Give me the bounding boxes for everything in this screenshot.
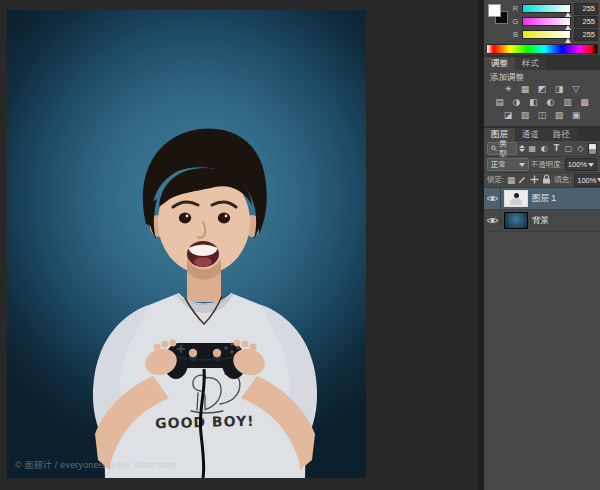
photo-filter-icon[interactable]: ◐ bbox=[543, 97, 558, 108]
lock-row: 锁定: ▦ 填充: 100% bbox=[484, 173, 600, 188]
hue-saturation-icon[interactable]: ▤ bbox=[492, 97, 507, 108]
search-icon bbox=[491, 145, 497, 152]
brightness-contrast-icon[interactable]: ☀ bbox=[501, 84, 516, 95]
blue-value-field[interactable]: 255 bbox=[574, 29, 598, 41]
eye-icon bbox=[486, 216, 499, 225]
color-lookup-icon[interactable]: ▩ bbox=[577, 97, 592, 108]
adjustments-tabstrip: 调整 样式 bbox=[484, 57, 600, 70]
layers-panel: 图层 通道 路径 类型 ▦ ◐ T ▢ ◇ bbox=[484, 128, 600, 488]
lock-position-icon[interactable] bbox=[530, 175, 539, 186]
filter-pixel-layers-icon[interactable]: ▦ bbox=[527, 144, 537, 153]
filter-kind-stepper[interactable] bbox=[519, 144, 525, 153]
exposure-icon[interactable]: ◨ bbox=[552, 84, 567, 95]
photoshop-window: GOOD BOY! bbox=[0, 0, 600, 490]
filter-type-layers-icon[interactable]: T bbox=[551, 144, 561, 153]
invert-icon[interactable]: ◪ bbox=[501, 110, 516, 121]
red-value-field[interactable]: 255 bbox=[574, 3, 598, 15]
photo-illustration: GOOD BOY! bbox=[7, 10, 366, 478]
layer-thumbnail[interactable] bbox=[504, 212, 528, 229]
adjustment-icon-row: ▤ ◑ ◧ ◐ ▥ ▩ bbox=[484, 96, 600, 109]
vibrance-icon[interactable]: ▽ bbox=[569, 84, 584, 95]
blue-channel-label: B bbox=[512, 30, 519, 39]
foreground-color-swatch[interactable] bbox=[488, 4, 501, 17]
tab-paths[interactable]: 路径 bbox=[546, 128, 577, 141]
color-spectrum-ramp[interactable] bbox=[486, 44, 598, 54]
lock-transparency-icon[interactable]: ▦ bbox=[507, 175, 515, 185]
black-white-icon[interactable]: ◧ bbox=[526, 97, 541, 108]
red-channel-label: R bbox=[512, 4, 519, 13]
lock-all-icon[interactable] bbox=[542, 174, 551, 186]
fill-field[interactable]: 100% bbox=[574, 174, 600, 187]
adjustments-panel: 调整 样式 添加调整 ☀ ▦ ◩ ◨ ▽ ▤ ◑ ◧ ◐ ▥ ▩ ◪ ▨ bbox=[484, 57, 600, 126]
opacity-field[interactable]: 100% bbox=[565, 158, 597, 171]
opacity-value: 100% bbox=[568, 160, 587, 169]
blend-mode-value: 正常 bbox=[491, 160, 506, 170]
blend-mode-select[interactable]: 正常 bbox=[487, 158, 529, 171]
posterize-icon[interactable]: ▨ bbox=[518, 110, 533, 121]
watermark: © 面丽计 / everyoneisajoker.lofter.com bbox=[15, 459, 175, 472]
chevron-down-icon bbox=[519, 163, 525, 167]
person: GOOD BOY! bbox=[93, 129, 317, 478]
levels-icon[interactable]: ▦ bbox=[518, 84, 533, 95]
layer-row-layer1[interactable]: 图层 1 bbox=[484, 188, 600, 210]
tab-channels[interactable]: 通道 bbox=[515, 128, 546, 141]
channel-mixer-icon[interactable]: ▥ bbox=[560, 97, 575, 108]
layer-name[interactable]: 背景 bbox=[532, 215, 549, 227]
tab-adjustments[interactable]: 调整 bbox=[484, 57, 515, 70]
visibility-toggle[interactable] bbox=[484, 188, 501, 209]
canvas-workspace[interactable]: GOOD BOY! bbox=[0, 0, 478, 490]
blue-channel-row: B 255 bbox=[512, 28, 598, 41]
red-channel-row: R 255 bbox=[512, 2, 598, 15]
fill-value: 100% bbox=[577, 176, 596, 185]
shirt-text: GOOD BOY! bbox=[155, 413, 255, 432]
blue-slider-thumb[interactable] bbox=[565, 38, 571, 43]
blue-slider[interactable] bbox=[522, 30, 571, 39]
layer-name[interactable]: 图层 1 bbox=[532, 193, 556, 205]
fill-label: 填充: bbox=[554, 175, 571, 185]
document-photo[interactable]: GOOD BOY! bbox=[7, 10, 366, 478]
add-adjustment-label: 添加调整 bbox=[484, 70, 600, 83]
gradient-map-icon[interactable]: ▧ bbox=[552, 110, 567, 121]
filter-shape-layers-icon[interactable]: ▢ bbox=[564, 144, 574, 153]
color-balance-icon[interactable]: ◑ bbox=[509, 97, 524, 108]
green-channel-row: G 255 bbox=[512, 15, 598, 28]
lock-label: 锁定: bbox=[487, 175, 504, 185]
filtering-toggle[interactable] bbox=[588, 143, 597, 155]
filter-kind-label: 类型 bbox=[499, 139, 513, 159]
blend-mode-row: 正常 不透明度: 100% bbox=[484, 157, 600, 173]
adjustment-icon-row: ◪ ▨ ◫ ▧ ▣ bbox=[484, 109, 600, 122]
adjustment-icon-row: ☀ ▦ ◩ ◨ ▽ bbox=[484, 83, 600, 96]
green-slider[interactable] bbox=[522, 17, 571, 26]
red-slider[interactable] bbox=[522, 4, 571, 13]
lock-image-icon[interactable] bbox=[518, 175, 527, 186]
green-channel-label: G bbox=[512, 17, 519, 26]
selective-color-icon[interactable]: ▣ bbox=[569, 110, 584, 121]
curves-icon[interactable]: ◩ bbox=[535, 84, 550, 95]
threshold-icon[interactable]: ◫ bbox=[535, 110, 550, 121]
panel-dock: R 255 G 255 B 255 调整 样式 添加调整 bbox=[484, 0, 600, 490]
visibility-toggle[interactable] bbox=[484, 210, 501, 231]
layer-filter-row: 类型 ▦ ◐ T ▢ ◇ bbox=[484, 141, 600, 157]
filter-adjustment-layers-icon[interactable]: ◐ bbox=[539, 144, 549, 153]
tab-styles[interactable]: 样式 bbox=[515, 57, 546, 70]
green-value-field[interactable]: 255 bbox=[574, 16, 598, 28]
layer-row-background[interactable]: 背景 bbox=[484, 210, 600, 232]
color-panel: R 255 G 255 B 255 bbox=[484, 0, 600, 55]
filter-kind-dropdown[interactable]: 类型 bbox=[487, 142, 517, 155]
layer-thumbnail[interactable] bbox=[504, 190, 528, 207]
opacity-label: 不透明度: bbox=[531, 160, 563, 170]
chevron-down-icon bbox=[588, 163, 594, 167]
eye-icon bbox=[486, 194, 499, 203]
filter-smart-objects-icon[interactable]: ◇ bbox=[576, 144, 586, 153]
